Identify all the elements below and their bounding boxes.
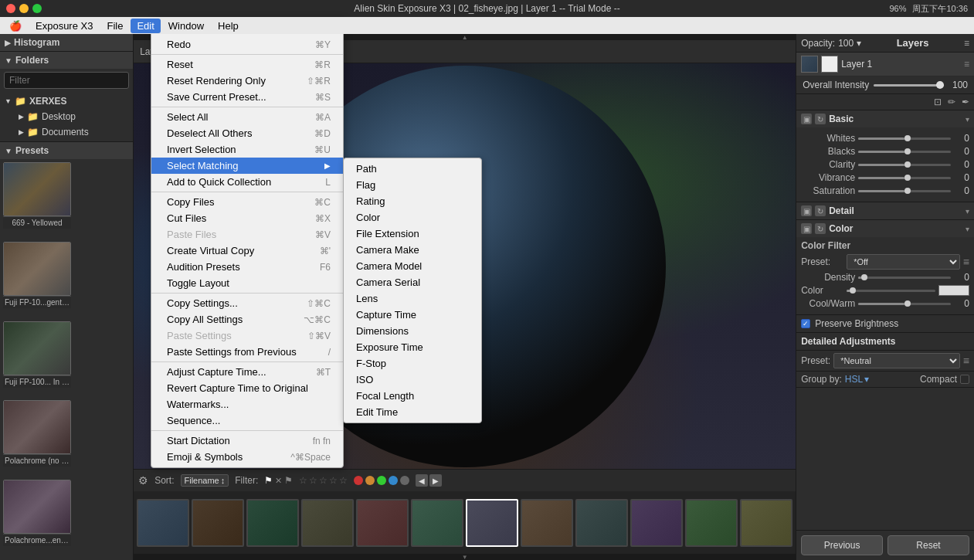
film-thumb[interactable] [246, 499, 299, 547]
submenu-flag[interactable]: Flag [344, 177, 481, 193]
menu-item-create-virtual-copy[interactable]: Create Virtual Copy ⌘' [151, 243, 343, 259]
menu-item-revert-capture-time[interactable]: Revert Capture Time to Original [151, 380, 343, 396]
density-slider[interactable] [858, 277, 951, 279]
compact-checkbox[interactable] [960, 375, 969, 384]
menu-item-invert-selection[interactable]: Invert Selection ⌘U [151, 141, 343, 158]
opacity-dropdown-icon[interactable]: ▾ [857, 38, 861, 49]
list-item[interactable]: 669 - Yellowed [3, 162, 71, 239]
menu-item-paste-settings-from-previous[interactable]: Paste Settings from Previous / [151, 344, 343, 360]
list-item[interactable]: Fuji FP-10...genta Cast [3, 242, 71, 319]
submenu-camera-model[interactable]: Camera Model [344, 258, 481, 274]
next-arrow[interactable]: ▶ [429, 474, 442, 487]
menu-item-reset[interactable]: Reset ⌘R [151, 56, 343, 73]
menu-item-cut-files[interactable]: Cut Files ⌘X [151, 210, 343, 226]
color-dot-green[interactable] [377, 476, 386, 485]
reset-button[interactable]: Reset [887, 535, 969, 555]
minimize-button[interactable] [19, 4, 29, 13]
vibrance-slider[interactable] [858, 177, 951, 179]
sort-select[interactable]: Filename ↕ [181, 474, 229, 487]
menu-item-select-all[interactable]: Select All ⌘A [151, 109, 343, 125]
list-item[interactable]: Fuji FP-100... In the pod [3, 321, 71, 399]
menu-item-copy-settings[interactable]: Copy Settings... ⇧⌘C [151, 295, 343, 311]
color-refresh-icon[interactable]: ↻ [815, 223, 826, 234]
star-4[interactable]: ☆ [329, 475, 338, 486]
menu-edit[interactable]: Edit [131, 19, 160, 33]
whites-slider[interactable] [858, 137, 951, 140]
submenu-capture-time[interactable]: Capture Time [344, 307, 481, 323]
crop-icon[interactable]: ⊡ [934, 97, 942, 107]
folder-root[interactable]: ▼ 📁 XERXES [0, 93, 133, 109]
pen-alt-icon[interactable]: ✒ [962, 97, 969, 107]
blacks-slider[interactable] [858, 151, 951, 153]
menu-item-redo[interactable]: Redo ⌘Y [151, 36, 343, 53]
panel-refresh-icon[interactable]: ↻ [815, 114, 826, 124]
histogram-header[interactable]: ▶ Histogram [0, 34, 133, 51]
cool-warm-slider[interactable] [858, 303, 951, 305]
submenu-color[interactable]: Color [344, 209, 481, 226]
detail-refresh-icon[interactable]: ↻ [815, 205, 826, 216]
color-dot-red[interactable] [354, 476, 363, 485]
x-icon[interactable]: ✕ [275, 476, 282, 486]
submenu-camera-serial[interactable]: Camera Serial [344, 274, 481, 290]
menu-item-copy-all-settings[interactable]: Copy All Settings ⌥⌘C [151, 311, 343, 328]
detailed-preset-kebab[interactable]: ≡ [963, 355, 969, 367]
menu-item-watermarks[interactable]: Watermarks... [151, 396, 343, 412]
group-by-select[interactable]: HSL ▾ [845, 374, 869, 385]
submenu-edit-time[interactable]: Edit Time [344, 404, 481, 420]
submenu-lens[interactable]: Lens [344, 290, 481, 307]
menu-item-add-quick-collection[interactable]: Add to Quick Collection L [151, 174, 343, 190]
menu-apple[interactable]: 🍎 [3, 19, 28, 33]
layer-item[interactable]: Layer 1 ≡ [796, 53, 974, 76]
submenu-path[interactable]: Path [344, 161, 481, 177]
film-thumb[interactable] [521, 499, 573, 547]
menu-item-audition-presets[interactable]: Audition Presets F6 [151, 259, 343, 275]
submenu-rating[interactable]: Rating [344, 193, 481, 209]
folders-filter-input[interactable] [4, 72, 129, 89]
fullscreen-button[interactable] [32, 4, 42, 13]
clarity-slider[interactable] [858, 164, 951, 166]
film-thumb[interactable] [575, 499, 628, 547]
menu-item-toggle-layout[interactable]: Toggle Layout [151, 275, 343, 291]
film-thumb[interactable] [685, 499, 738, 547]
list-item[interactable]: Polachrome (no grain) [3, 400, 71, 477]
gear-icon[interactable]: ⚙ [138, 474, 148, 487]
presets-header[interactable]: ▼ Presets [0, 142, 133, 159]
detail-panel-header[interactable]: ▣ ↻ Detail ▾ [796, 202, 974, 219]
film-thumb-active[interactable] [466, 499, 518, 547]
folder-desktop[interactable]: ▶ 📁 Desktop [0, 109, 133, 124]
select-matching-submenu[interactable]: Path Flag Rating Color File Extension Ca… [343, 158, 482, 423]
submenu-focal-length[interactable]: Focal Length [344, 388, 481, 404]
submenu-file-extension[interactable]: File Extension [344, 226, 481, 242]
star-5[interactable]: ☆ [339, 475, 348, 486]
cf-color-slider[interactable] [847, 290, 935, 292]
menu-item-copy-files[interactable]: Copy Files ⌘C [151, 194, 343, 210]
detail-icon-1[interactable]: ▣ [801, 205, 812, 216]
menu-item-sequence[interactable]: Sequence... [151, 412, 343, 429]
color-icon-1[interactable]: ▣ [801, 223, 812, 234]
close-button[interactable] [6, 4, 15, 13]
detailed-preset-select[interactable]: *Neutral [833, 353, 960, 368]
intensity-slider[interactable] [874, 84, 944, 87]
previous-button[interactable]: Previous [801, 535, 883, 555]
cf-preset-select[interactable]: *Off [847, 254, 960, 270]
prev-arrow[interactable]: ◀ [416, 474, 428, 487]
list-item[interactable]: Polachrome...enta Split [3, 480, 71, 557]
submenu-iso[interactable]: ISO [344, 372, 481, 388]
panel-icon-1[interactable]: ▣ [801, 114, 812, 124]
flag-icon-flagged[interactable]: ⚑ [264, 475, 273, 486]
menu-item-start-dictation[interactable]: Start Dictation fn fn [151, 433, 343, 449]
menu-file[interactable]: File [100, 19, 129, 33]
film-thumb[interactable] [137, 499, 189, 547]
submenu-exposure-time[interactable]: Exposure Time [344, 339, 481, 355]
menu-item-adjust-capture-time[interactable]: Adjust Capture Time... ⌘T [151, 364, 343, 380]
menu-help[interactable]: Help [212, 19, 245, 33]
color-dot-orange[interactable] [365, 476, 375, 485]
film-thumb[interactable] [192, 499, 244, 547]
menu-app-name[interactable]: Exposure X3 [29, 19, 99, 33]
folder-documents[interactable]: ▶ 📁 Documents [0, 124, 133, 140]
film-thumb[interactable] [356, 499, 409, 547]
menu-item-emoji-symbols[interactable]: Emoji & Symbols ^⌘Space [151, 449, 343, 465]
menu-window[interactable]: Window [162, 19, 210, 33]
flag-icon-unflagged[interactable]: ⚑ [284, 475, 293, 486]
layers-kebab[interactable]: ≡ [964, 38, 969, 49]
